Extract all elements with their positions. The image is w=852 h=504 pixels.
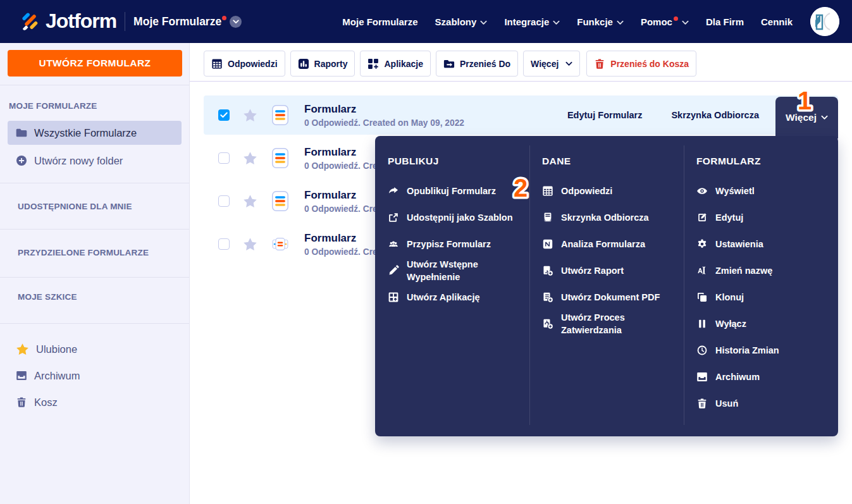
row-checkbox[interactable] xyxy=(218,195,230,207)
form-classic-icon xyxy=(272,191,288,211)
star-icon xyxy=(16,343,29,356)
nav-item-label: Dla Firm xyxy=(706,16,744,27)
menu-item-wy-wietl[interactable]: Wyświetl xyxy=(696,178,832,204)
jotform-logo[interactable]: Jotform xyxy=(21,11,116,33)
favorite-star-icon[interactable] xyxy=(243,108,257,123)
nav-item-szablony[interactable]: Szablony xyxy=(435,16,488,27)
favorite-star-icon[interactable] xyxy=(243,237,257,252)
toolbar-button-label: Więcej xyxy=(531,59,559,69)
menu-item-przypisz-formularz[interactable]: Przypisz Formularz xyxy=(388,231,523,257)
row-action-edytuj-formularz[interactable]: Edytuj Formularz xyxy=(567,110,642,120)
menu-column-heading: DANE xyxy=(542,156,677,167)
menu-item-wy-cz[interactable]: Wyłącz xyxy=(696,310,832,337)
menu-item-analiza-formularza[interactable]: Analiza Formularza xyxy=(542,231,677,257)
nav-item-moje-formularze[interactable]: Moje Formularze xyxy=(342,16,417,27)
create-form-button[interactable]: UTWÓRZ FORMULARZ xyxy=(8,50,182,77)
clock-icon xyxy=(696,345,708,356)
jotform-logo-icon xyxy=(21,13,38,30)
nav-item-funkcje[interactable]: Funkcje xyxy=(577,16,624,27)
edit-icon xyxy=(696,212,708,223)
menu-item-label: Zmień nazwę xyxy=(715,264,772,277)
toolbar-button-aplikacje[interactable]: Aplikacje xyxy=(360,51,430,77)
document-plus-icon xyxy=(542,292,553,303)
menu-item-edytuj[interactable]: Edytuj xyxy=(696,204,832,231)
menu-item-utw-rz-proces-zatwierdzania[interactable]: Utwórz ProcesZatwierdzania xyxy=(542,310,677,337)
toolbar-button-przenie-do-kosza[interactable]: Przenieś do Kosza xyxy=(586,51,696,77)
menu-column-dane: DANEOdpowiedziSkrzynka OdbiorczaAnaliza … xyxy=(529,136,684,436)
menu-item-label: Historia Zmian xyxy=(715,344,779,357)
row-actions: Edytuj FormularzSkrzynka Odbiorcza xyxy=(567,110,759,120)
toolbar-button-odpowiedzi[interactable]: Odpowiedzi xyxy=(204,51,285,77)
toolbar: OdpowiedziRaportyAplikacjePrzenieś DoWię… xyxy=(190,43,852,82)
eye-icon xyxy=(696,185,708,197)
row-checkbox[interactable] xyxy=(218,238,230,250)
menu-item-ustawienia[interactable]: Ustawienia xyxy=(696,231,832,257)
sidebar-item-trash-item[interactable]: Kosz xyxy=(8,389,182,415)
sidebar-divider xyxy=(0,323,189,324)
table-icon xyxy=(542,185,553,197)
menu-item-skrzynka-odbiorcza[interactable]: Skrzynka Odbiorcza xyxy=(542,204,677,231)
chevron-down-icon xyxy=(617,20,624,25)
menu-item-odpowiedzi[interactable]: Odpowiedzi xyxy=(542,178,677,204)
menu-item-utw-rz-dokument-pdf[interactable]: Utwórz Dokument PDF xyxy=(542,284,677,310)
menu-item-historia-zmian[interactable]: Historia Zmian xyxy=(696,337,832,364)
favorite-star-icon[interactable] xyxy=(243,194,257,209)
toolbar-button-przenie-do[interactable]: Przenieś Do xyxy=(436,51,518,77)
sidebar: UTWÓRZ FORMULARZ MOJE FORMULARZEWszystki… xyxy=(0,43,190,504)
menu-item-utw-rz-wst-pne-wype-nienie[interactable]: Utwórz WstępneWypełnienie xyxy=(388,257,523,284)
sidebar-item-archive-item[interactable]: Archiwum xyxy=(8,362,182,389)
menu-item-opublikuj-formularz[interactable]: Opublikuj Formularz2 xyxy=(388,178,523,204)
sidebar-item-favorites-item[interactable]: Ulubione xyxy=(8,336,182,362)
menu-item-label: Analiza Formularza xyxy=(561,238,645,250)
sidebar-section-drafts-label: MOJE SZKICE xyxy=(0,292,189,303)
form-title[interactable]: Formularz xyxy=(304,102,464,116)
toolbar-button-wi-cej[interactable]: Więcej xyxy=(523,51,580,77)
nav-item-dla-firm[interactable]: Dla Firm xyxy=(706,16,744,27)
share-square-icon xyxy=(388,212,399,223)
sidebar-section-assigned-label: PRZYDZIELONE FORMULARZE xyxy=(0,247,189,259)
jotform-logo-text: Jotform xyxy=(46,11,116,33)
menu-item-label: Edytuj xyxy=(715,211,743,224)
workspace-switcher[interactable]: Moje Formularze xyxy=(133,11,242,32)
row-checkbox-checked[interactable] xyxy=(218,109,230,121)
sidebar-item-label: Utwórz nowy folder xyxy=(34,155,123,167)
users-icon xyxy=(388,238,399,250)
form-classic-icon xyxy=(272,148,288,168)
notification-dot xyxy=(222,16,226,20)
menu-item-udost-pnij-jako-szablon[interactable]: Udostępnij jako Szablon xyxy=(388,204,523,231)
menu-item-usu-[interactable]: Usuń xyxy=(696,390,832,417)
top-navbar: Jotform Moje Formularze Moje FormularzeS… xyxy=(0,0,852,43)
sidebar-item-new-folder-item[interactable]: Utwórz nowy folder xyxy=(8,149,182,173)
sidebar-section-shared-label: UDOSTĘPNIONE DLA MNIE xyxy=(0,201,189,212)
menu-column-formularz: FORMULARZWyświetlEdytujUstawieniaZmień n… xyxy=(684,136,838,436)
menu-item-label: Przypisz Formularz xyxy=(407,238,491,250)
nav-item-integracje[interactable]: Integracje xyxy=(504,16,560,27)
row-more-button[interactable]: Więcej xyxy=(775,97,838,138)
row-checkbox[interactable] xyxy=(218,152,230,164)
navbar-separator xyxy=(125,12,125,31)
toolbar-button-label: Przenieś Do xyxy=(460,59,510,69)
nav-item-label: Szablony xyxy=(435,16,477,27)
menu-item-archiwum[interactable]: Archiwum xyxy=(696,364,832,390)
nav-item-label: Pomoc xyxy=(641,16,672,27)
favorite-star-icon[interactable] xyxy=(243,151,257,166)
row-action-skrzynka-odbiorcza[interactable]: Skrzynka Odbiorcza xyxy=(671,110,759,120)
menu-item-klonuj[interactable]: Klonuj xyxy=(696,284,832,310)
menu-item-utw-rz-aplikacj-[interactable]: Utwórz Aplikację xyxy=(388,284,523,310)
avatar[interactable] xyxy=(810,7,839,36)
sidebar-item-all-forms-item[interactable]: Wszystkie Formularze xyxy=(8,121,182,145)
menu-item-label: Utwórz Aplikację xyxy=(407,291,480,304)
nav-item-pomoc[interactable]: Pomoc xyxy=(641,16,689,27)
chevron-down-icon[interactable] xyxy=(230,16,242,28)
nav-item-cennik[interactable]: Cennik xyxy=(761,16,793,27)
toolbar-button-raporty[interactable]: Raporty xyxy=(290,51,355,77)
menu-item-utw-rz-raport[interactable]: Utwórz Raport xyxy=(542,257,677,284)
folder-icon xyxy=(16,127,27,138)
form-row[interactable]: Formularz0 Odpowiedź. Created on May 09,… xyxy=(204,95,838,135)
menu-item-label-line: Zatwierdzania xyxy=(561,324,625,336)
menu-item-zmie-nazw-[interactable]: Zmień nazwę xyxy=(696,257,832,284)
sidebar-divider xyxy=(0,229,189,230)
sidebar-item-label: Kosz xyxy=(34,396,58,409)
menu-item-label: Skrzynka Odbiorcza xyxy=(561,211,649,224)
chevron-down-icon xyxy=(480,20,487,25)
